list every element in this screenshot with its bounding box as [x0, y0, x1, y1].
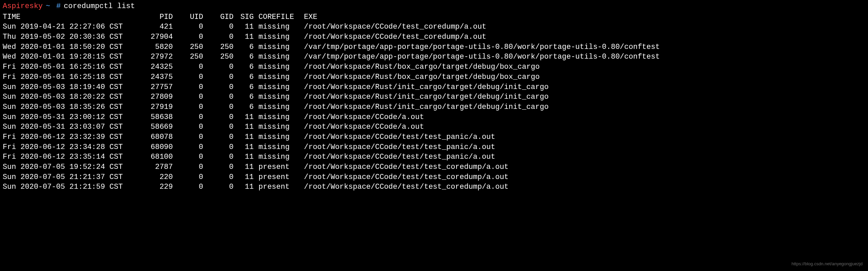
cell-exe: /root/Workspace/CCode/test/test_panic/a.…: [299, 142, 865, 152]
cell-corefile: missing: [254, 112, 299, 122]
cell-sig: 11: [234, 122, 254, 132]
cell-time: Wed 2020-01-01 19:28:15 CST: [3, 52, 137, 62]
table-row[interactable]: Sun 2020-07-05 19:52:24 CST27870011prese…: [3, 162, 865, 172]
cell-corefile: present: [254, 182, 299, 192]
cell-uid: 0: [173, 102, 203, 112]
cell-exe: /root/Workspace/CCode/test/test_coredump…: [299, 172, 865, 182]
cell-time: Sun 2019-04-21 22:27:06 CST: [3, 22, 137, 32]
table-row[interactable]: Sun 2020-07-05 21:21:37 CST2200011presen…: [3, 172, 865, 182]
table-row[interactable]: Sun 2020-07-05 21:21:59 CST2290011presen…: [3, 182, 865, 192]
cell-gid: 0: [203, 152, 234, 162]
cell-sig: 11: [234, 152, 254, 162]
table-row[interactable]: Wed 2020-01-01 18:50:20 CST58202502506mi…: [3, 42, 865, 52]
cell-pid: 27809: [137, 92, 173, 102]
cell-gid: 0: [203, 32, 234, 42]
cell-exe: /root/Workspace/CCode/a.out: [299, 122, 865, 132]
cell-time: Fri 2020-05-01 16:25:16 CST: [3, 62, 137, 72]
cell-exe: /root/Workspace/CCode/test_coredump/a.ou…: [299, 22, 865, 32]
command-text: coredumpctl list: [64, 1, 135, 11]
table-row[interactable]: Fri 2020-06-12 23:34:28 CST680900011miss…: [3, 142, 865, 152]
cell-pid: 421: [137, 22, 173, 32]
cell-sig: 6: [234, 52, 254, 62]
cell-sig: 6: [234, 92, 254, 102]
table-row[interactable]: Thu 2019-05-02 20:30:36 CST279040011miss…: [3, 32, 865, 42]
cell-gid: 0: [203, 182, 234, 192]
cell-time: Sun 2020-05-31 23:03:07 CST: [3, 122, 137, 132]
cell-pid: 220: [137, 172, 173, 182]
table-row[interactable]: Sun 2020-05-03 18:35:26 CST27919006missi…: [3, 102, 865, 112]
cell-pid: 68078: [137, 132, 173, 142]
coredump-table: TIME PID UID GID SIG COREFILE EXE Sun 20…: [3, 12, 865, 192]
cell-pid: 27757: [137, 82, 173, 92]
cell-uid: 0: [173, 112, 203, 122]
cell-uid: 250: [173, 42, 203, 52]
table-row[interactable]: Fri 2020-05-01 16:25:16 CST24325006missi…: [3, 62, 865, 72]
cell-sig: 11: [234, 112, 254, 122]
cell-uid: 0: [173, 32, 203, 42]
cell-corefile: missing: [254, 92, 299, 102]
cell-time: Sun 2020-07-05 19:52:24 CST: [3, 162, 137, 172]
cell-corefile: missing: [254, 152, 299, 162]
shell-prompt[interactable]: Aspiresky ~ # coredumpctl list: [3, 1, 865, 11]
header-gid: GID: [203, 12, 234, 22]
cell-time: Sun 2020-05-03 18:20:22 CST: [3, 92, 137, 102]
header-uid: UID: [173, 12, 203, 22]
cell-sig: 11: [234, 32, 254, 42]
cell-gid: 0: [203, 162, 234, 172]
cell-sig: 11: [234, 172, 254, 182]
cell-corefile: missing: [254, 42, 299, 52]
cell-sig: 6: [234, 82, 254, 92]
table-row[interactable]: Sun 2020-05-03 18:19:40 CST27757006missi…: [3, 82, 865, 92]
cell-exe: /root/Workspace/Rust/init_cargo/target/d…: [299, 82, 865, 92]
cell-time: Sun 2020-05-03 18:35:26 CST: [3, 102, 137, 112]
table-row[interactable]: Wed 2020-01-01 19:28:15 CST279722502506m…: [3, 52, 865, 62]
cell-sig: 11: [234, 162, 254, 172]
cell-uid: 0: [173, 182, 203, 192]
cell-corefile: missing: [254, 62, 299, 72]
header-pid: PID: [137, 12, 173, 22]
cell-gid: 0: [203, 62, 234, 72]
cell-exe: /root/Workspace/CCode/a.out: [299, 112, 865, 122]
cell-pid: 24325: [137, 62, 173, 72]
cell-corefile: missing: [254, 22, 299, 32]
cell-uid: 0: [173, 92, 203, 102]
cell-gid: 0: [203, 172, 234, 182]
cell-time: Sun 2020-07-05 21:21:37 CST: [3, 172, 137, 182]
cell-sig: 11: [234, 22, 254, 32]
cell-gid: 0: [203, 112, 234, 122]
header-corefile: COREFILE: [254, 12, 299, 22]
cell-sig: 6: [234, 62, 254, 72]
cell-gid: 0: [203, 122, 234, 132]
table-row[interactable]: Fri 2020-06-12 23:35:14 CST681000011miss…: [3, 152, 865, 162]
cell-exe: /root/Workspace/Rust/box_cargo/target/de…: [299, 72, 865, 82]
table-row[interactable]: Fri 2020-05-01 16:25:18 CST24375006missi…: [3, 72, 865, 82]
cell-uid: 0: [173, 172, 203, 182]
cell-gid: 0: [203, 132, 234, 142]
cell-time: Fri 2020-05-01 16:25:18 CST: [3, 72, 137, 82]
table-row[interactable]: Sun 2020-05-03 18:20:22 CST27809006missi…: [3, 92, 865, 102]
cell-exe: /var/tmp/portage/app-portage/portage-uti…: [299, 52, 865, 62]
cell-gid: 0: [203, 22, 234, 32]
table-row[interactable]: Sun 2020-05-31 23:03:07 CST586690011miss…: [3, 122, 865, 132]
cell-pid: 5820: [137, 42, 173, 52]
cell-time: Sun 2020-05-03 18:19:40 CST: [3, 82, 137, 92]
cell-uid: 0: [173, 142, 203, 152]
cell-time: Wed 2020-01-01 18:50:20 CST: [3, 42, 137, 52]
cell-gid: 0: [203, 102, 234, 112]
cell-pid: 229: [137, 182, 173, 192]
cell-pid: 24375: [137, 72, 173, 82]
cell-sig: 6: [234, 42, 254, 52]
cell-exe: /root/Workspace/Rust/box_cargo/target/de…: [299, 62, 865, 72]
cell-time: Thu 2019-05-02 20:30:36 CST: [3, 32, 137, 42]
cell-uid: 0: [173, 72, 203, 82]
cell-sig: 6: [234, 102, 254, 112]
cell-pid: 27919: [137, 102, 173, 112]
cell-time: Fri 2020-06-12 23:32:39 CST: [3, 132, 137, 142]
table-row[interactable]: Sun 2019-04-21 22:27:06 CST4210011missin…: [3, 22, 865, 32]
cell-pid: 68100: [137, 152, 173, 162]
table-row[interactable]: Fri 2020-06-12 23:32:39 CST680780011miss…: [3, 132, 865, 142]
cell-exe: /var/tmp/portage/app-portage/portage-uti…: [299, 42, 865, 52]
cell-pid: 2787: [137, 162, 173, 172]
table-row[interactable]: Sun 2020-05-31 23:00:12 CST586380011miss…: [3, 112, 865, 122]
cell-pid: 27904: [137, 32, 173, 42]
